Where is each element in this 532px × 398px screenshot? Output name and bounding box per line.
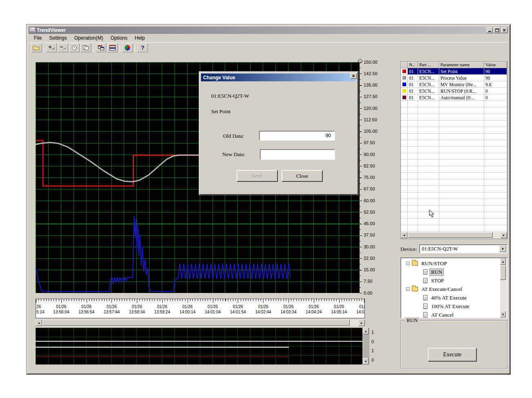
table-header-cell[interactable]: Value	[484, 62, 507, 68]
table-row[interactable]: 01E5CN...Set Point90	[401, 68, 507, 75]
scroll-up-button[interactable]: ▲	[500, 258, 506, 265]
time-scrollbar[interactable]: ◄ ►	[36, 320, 365, 326]
x-tickmark	[162, 299, 163, 303]
menu-bar: FileSettingsOperation(M)OptionsHelp	[29, 34, 508, 42]
x-tickmark	[238, 299, 238, 303]
collapse-icon[interactable]: -	[406, 287, 410, 291]
table-row[interactable]: 01E5CN...RUN/STOP (0:R...0	[401, 88, 507, 94]
table-row[interactable]: 01E5CN...Auto/manual (0:...0	[401, 94, 507, 101]
scroll-right-button[interactable]: ►	[358, 320, 365, 326]
table-row[interactable]: 01E5CN...Process Value90	[401, 75, 507, 81]
send-button[interactable]: Send	[237, 170, 278, 182]
x-tick-label: 01/2613:59:24	[151, 304, 173, 315]
time-scrollbar-thumb[interactable]	[42, 320, 350, 326]
x-tickmark	[112, 299, 112, 303]
table-row	[401, 147, 507, 153]
new-data-input[interactable]	[260, 149, 335, 160]
trace-mv-monitor--heating-	[36, 216, 291, 292]
menu-options[interactable]: Options	[107, 35, 131, 41]
y-tick-label: 82.50	[364, 163, 375, 169]
document-icon	[423, 304, 427, 309]
document-icon	[423, 278, 427, 283]
scroll-left-button[interactable]: ◄	[36, 320, 42, 326]
copy-button[interactable]	[80, 43, 91, 52]
device-label: Device:	[400, 246, 417, 253]
run-groupbox: RUN Execute	[400, 320, 507, 369]
y-tick-label: 150.00	[364, 60, 378, 65]
table-scrollbar[interactable]: ◄ ►	[401, 232, 507, 239]
y-tick-label: 112.50	[364, 117, 377, 123]
y-tickmark	[360, 108, 362, 109]
menu-settings[interactable]: Settings	[45, 35, 70, 41]
table-header-cell[interactable]: Parameter name	[439, 62, 484, 68]
old-data-field	[259, 131, 335, 141]
menu-operationm[interactable]: Operation(M)	[71, 35, 107, 41]
table-row[interactable]: 01E5CN...MV Monitor (He...9.8	[401, 81, 507, 88]
table-header-cell[interactable]: Part ...	[418, 62, 439, 68]
table-scrollbar-thumb[interactable]	[408, 232, 493, 238]
tile-view-button[interactable]	[107, 43, 118, 52]
time-ruler	[36, 299, 364, 301]
minimize-icon	[488, 31, 491, 32]
y-axis-labels: 150.00142.50135.00127.50120.00112.50105.…	[364, 62, 388, 296]
execute-button[interactable]: Execute	[428, 348, 477, 362]
restore-icon	[495, 29, 499, 32]
device-combobox-value: 01:E5CN-Q2T-W	[420, 246, 499, 252]
tree-leaf-item[interactable]: 100% AT Execute	[401, 302, 507, 311]
tree-item-label: RUN/STOP	[420, 260, 448, 267]
digital-scrollbar[interactable]: ▲ ▼	[363, 328, 369, 364]
x-tick-label: 01/2614:00:14	[177, 304, 199, 315]
close-button[interactable]: ×	[501, 27, 507, 33]
menu-file[interactable]: File	[30, 35, 45, 41]
tree-scrollbar[interactable]: ▲ ▼	[500, 258, 507, 318]
restore-button[interactable]	[494, 27, 500, 33]
tree-scrollbar-thumb[interactable]	[500, 265, 506, 280]
cascade-view-button[interactable]	[96, 43, 106, 52]
table-row	[401, 192, 507, 199]
dialog-title: Change Value	[203, 75, 235, 80]
tile-windows-icon	[109, 45, 116, 51]
x-tick-label: 01/2613:56:54	[76, 304, 98, 315]
pie-chart-icon	[124, 45, 131, 51]
x-tickmark	[314, 299, 314, 303]
change-value-dialog: Change Value × 01:E5CN-Q2T-W Set Point O…	[199, 72, 358, 195]
scroll-right-button[interactable]: ►	[501, 232, 507, 238]
time-setup-button[interactable]	[69, 43, 80, 52]
remove-trace-button[interactable]	[58, 43, 68, 52]
x-tickmark	[263, 299, 264, 303]
device-combobox[interactable]: 01:E5CN-Q2T-W ▼	[419, 244, 507, 253]
x-tick-label: 01/2614:05:14	[328, 304, 350, 315]
trace-color-swatch	[402, 96, 406, 99]
table-header-cell[interactable]: N..	[408, 62, 418, 68]
scroll-down-button[interactable]: ▼	[363, 358, 369, 364]
dropdown-icon[interactable]: ▼	[499, 246, 506, 252]
folder-icon	[412, 261, 418, 266]
y-tickmark	[360, 166, 362, 166]
dialog-close-action-button[interactable]: Close	[282, 170, 323, 182]
tree-folder-item[interactable]: -AT Execute/Cancel	[401, 285, 507, 293]
tree-leaf-item[interactable]: STOP	[401, 276, 507, 285]
table-row	[401, 225, 507, 232]
tree-folder-item[interactable]: -RUN/STOP	[401, 259, 507, 268]
tree-leaf-item[interactable]: RUN	[401, 268, 507, 276]
minimize-button[interactable]	[486, 27, 493, 33]
y-tickmark	[360, 62, 362, 63]
x-tickmark	[188, 299, 188, 303]
menu-help[interactable]: Help	[131, 35, 149, 41]
scroll-left-button[interactable]: ◄	[401, 232, 407, 238]
dialog-close-button[interactable]: ×	[350, 73, 357, 79]
scroll-down-button[interactable]: ▼	[500, 311, 506, 318]
toolbar-separator	[135, 44, 135, 52]
run-group-label: RUN	[405, 317, 419, 324]
open-file-button[interactable]	[31, 43, 42, 52]
old-data-label: Old Data:	[223, 133, 244, 139]
tree-leaf-item[interactable]: 40% AT Execute	[401, 293, 507, 302]
x-tick-label: 01/2614:02:44	[252, 304, 274, 315]
scroll-up-button[interactable]: ▲	[363, 328, 369, 334]
add-trace-button[interactable]	[46, 43, 57, 52]
pie-view-button[interactable]	[122, 43, 133, 52]
digital-tick-label: 0	[371, 358, 374, 362]
help-button[interactable]: ?	[137, 43, 148, 52]
collapse-icon[interactable]: -	[406, 262, 410, 265]
y-tickmark	[360, 189, 362, 190]
